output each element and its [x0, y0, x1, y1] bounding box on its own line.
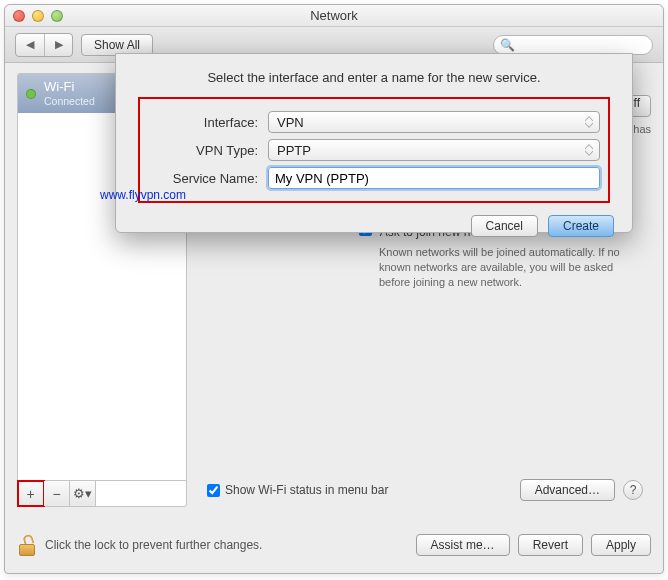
- servicename-input[interactable]: [268, 167, 600, 189]
- service-name: Wi-Fi: [44, 79, 74, 94]
- lock-text: Click the lock to prevent further change…: [45, 538, 262, 552]
- main-bottom-row: Show Wi-Fi status in menu bar Advanced… …: [199, 479, 651, 501]
- revert-button[interactable]: Revert: [518, 534, 583, 556]
- create-button[interactable]: Create: [548, 215, 614, 237]
- vpntype-label: VPN Type:: [148, 143, 268, 158]
- help-button[interactable]: ?: [623, 480, 643, 500]
- new-service-sheet: Select the interface and enter a name fo…: [115, 53, 633, 233]
- apply-button[interactable]: Apply: [591, 534, 651, 556]
- nav-buttons: ◀ ▶: [15, 33, 73, 57]
- forward-button[interactable]: ▶: [44, 34, 72, 56]
- show-status-checkbox[interactable]: [207, 484, 220, 497]
- search-field[interactable]: 🔍: [493, 35, 653, 55]
- assist-button[interactable]: Assist me…: [416, 534, 510, 556]
- add-service-button[interactable]: +: [18, 481, 44, 506]
- vpntype-select[interactable]: PPTP: [268, 139, 600, 161]
- highlighted-form: Interface: VPN VPN Type: PPTP Service Na…: [138, 97, 610, 203]
- interface-select[interactable]: VPN: [268, 111, 600, 133]
- back-button[interactable]: ◀: [16, 34, 44, 56]
- watermark-text: www.flyvpn.com: [100, 188, 186, 202]
- gear-menu-button[interactable]: ⚙▾: [70, 481, 96, 506]
- search-input[interactable]: [519, 39, 646, 51]
- show-status-label: Show Wi-Fi status in menu bar: [225, 483, 388, 497]
- status-dot-icon: [26, 89, 36, 99]
- lock-icon[interactable]: [17, 534, 37, 556]
- ask-join-note: Known networks will be joined automatica…: [379, 245, 639, 290]
- remove-service-button[interactable]: −: [44, 481, 70, 506]
- interface-label: Interface:: [148, 115, 268, 130]
- advanced-button[interactable]: Advanced…: [520, 479, 615, 501]
- footer: Click the lock to prevent further change…: [5, 517, 663, 573]
- search-icon: 🔍: [500, 38, 515, 52]
- sheet-prompt: Select the interface and enter a name fo…: [134, 70, 614, 85]
- cancel-button[interactable]: Cancel: [471, 215, 538, 237]
- servicename-label: Service Name:: [148, 171, 268, 186]
- network-window: Network ◀ ▶ Show All 🔍 Wi-Fi Connected: [4, 4, 664, 574]
- service-status: Connected: [44, 95, 95, 107]
- sidebar-footer: + − ⚙▾: [18, 480, 186, 506]
- titlebar: Network: [5, 5, 663, 27]
- window-title: Network: [5, 8, 663, 23]
